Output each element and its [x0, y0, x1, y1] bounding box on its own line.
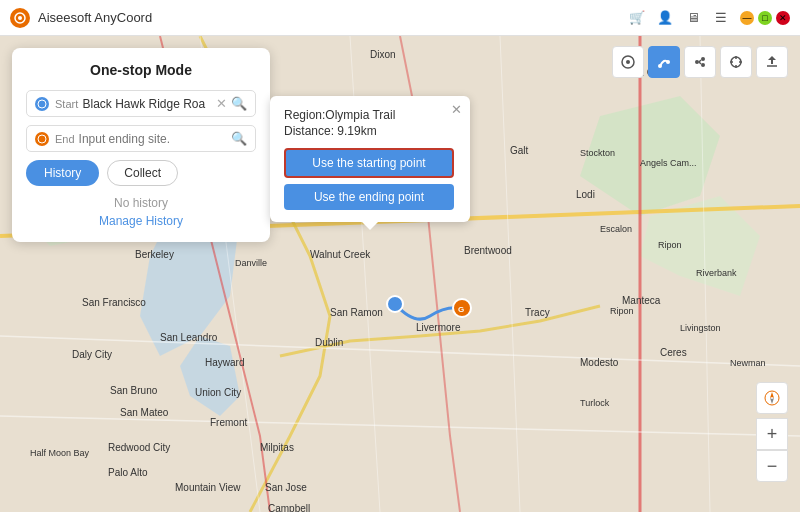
svg-text:San Jose: San Jose — [265, 482, 307, 493]
svg-text:Campbell: Campbell — [268, 503, 310, 512]
panel-title: One-stop Mode — [26, 62, 256, 78]
svg-text:Dublin: Dublin — [315, 337, 343, 348]
svg-marker-79 — [770, 392, 774, 398]
svg-text:Redwood City: Redwood City — [108, 442, 170, 453]
svg-text:Union City: Union City — [195, 387, 241, 398]
monitor-icon[interactable]: 🖥 — [684, 9, 702, 27]
use-starting-point-button[interactable]: Use the starting point — [284, 148, 454, 178]
svg-point-67 — [666, 60, 670, 64]
zoom-out-button[interactable]: − — [756, 450, 788, 482]
svg-text:Turlock: Turlock — [580, 398, 610, 408]
svg-text:San Mateo: San Mateo — [120, 407, 169, 418]
svg-text:Dixon: Dixon — [370, 49, 396, 60]
svg-text:Angels Cam...: Angels Cam... — [640, 158, 697, 168]
no-history-text: No history — [26, 196, 256, 210]
svg-point-68 — [695, 60, 699, 64]
minimize-button[interactable]: — — [740, 11, 754, 25]
cart-icon[interactable]: 🛒 — [628, 9, 646, 27]
svg-text:Hayward: Hayward — [205, 357, 244, 368]
svg-text:Danville: Danville — [235, 258, 267, 268]
svg-point-1 — [18, 16, 22, 20]
use-ending-point-button[interactable]: Use the ending point — [284, 184, 454, 210]
window-controls: — □ ✕ — [740, 11, 790, 25]
search-end-icon[interactable]: 🔍 — [231, 131, 247, 146]
svg-point-62 — [38, 100, 46, 108]
waypoint-tool-button[interactable] — [684, 46, 716, 78]
close-button[interactable]: ✕ — [776, 11, 790, 25]
svg-text:Ceres: Ceres — [660, 347, 687, 358]
svg-text:Palo Alto: Palo Alto — [108, 467, 148, 478]
svg-text:Modesto: Modesto — [580, 357, 619, 368]
svg-text:San Bruno: San Bruno — [110, 385, 158, 396]
svg-text:San Francisco: San Francisco — [82, 297, 146, 308]
svg-line-72 — [699, 62, 701, 64]
svg-text:G: G — [458, 305, 464, 314]
app-title: Aiseesoft AnyCoord — [38, 10, 628, 25]
svg-point-69 — [701, 57, 705, 61]
svg-text:Stockton: Stockton — [580, 148, 615, 158]
history-button[interactable]: History — [26, 160, 99, 186]
svg-text:Ripon: Ripon — [610, 306, 634, 316]
end-label: End — [55, 133, 75, 145]
svg-text:Galt: Galt — [510, 145, 529, 156]
svg-point-59 — [387, 296, 403, 312]
svg-text:Newman: Newman — [730, 358, 766, 368]
map-container[interactable]: Santa Rosa Dixon Elk Grove Napa Vacavill… — [0, 36, 800, 512]
svg-point-70 — [701, 63, 705, 67]
svg-text:Riverbank: Riverbank — [696, 268, 737, 278]
menu-icon[interactable]: ☰ — [712, 9, 730, 27]
svg-text:Brentwood: Brentwood — [464, 245, 512, 256]
clear-start-icon[interactable]: ✕ — [216, 96, 227, 111]
zoom-controls: + − — [756, 382, 788, 482]
svg-text:Lodi: Lodi — [576, 189, 595, 200]
svg-line-71 — [699, 60, 701, 62]
top-toolbar — [612, 46, 788, 78]
svg-point-66 — [658, 64, 662, 68]
svg-text:Manteca: Manteca — [622, 295, 661, 306]
svg-text:Fremont: Fremont — [210, 417, 247, 428]
svg-text:Escalon: Escalon — [600, 224, 632, 234]
end-dot — [35, 132, 49, 146]
user-icon[interactable]: 👤 — [656, 9, 674, 27]
svg-text:San Leandro: San Leandro — [160, 332, 218, 343]
map-popup: ✕ Region:Olympia Trail Distance: 9.19km … — [270, 96, 470, 222]
svg-text:Half Moon Bay: Half Moon Bay — [30, 448, 90, 458]
compass-button[interactable] — [756, 382, 788, 414]
maximize-button[interactable]: □ — [758, 11, 772, 25]
svg-text:San Ramon: San Ramon — [330, 307, 383, 318]
svg-text:Milpitas: Milpitas — [260, 442, 294, 453]
export-tool-button[interactable] — [756, 46, 788, 78]
popup-region: Region:Olympia Trail — [284, 108, 454, 122]
app-logo — [10, 8, 30, 28]
left-panel: One-stop Mode Start | ✕ 🔍 End 🔍 History — [12, 48, 270, 242]
location-tool-button[interactable] — [612, 46, 644, 78]
collect-button[interactable]: Collect — [107, 160, 178, 186]
titlebar-icons: 🛒 👤 🖥 ☰ — [628, 9, 730, 27]
start-input-row: Start | ✕ 🔍 — [26, 90, 256, 117]
svg-text:Daly City: Daly City — [72, 349, 112, 360]
crosshair-tool-button[interactable] — [720, 46, 752, 78]
svg-text:Livingston: Livingston — [680, 323, 721, 333]
svg-point-63 — [38, 135, 46, 143]
titlebar: Aiseesoft AnyCoord 🛒 👤 🖥 ☰ — □ ✕ — [0, 0, 800, 36]
svg-text:Berkeley: Berkeley — [135, 249, 174, 260]
manage-history-link[interactable]: Manage History — [26, 214, 256, 228]
start-dot — [35, 97, 49, 111]
svg-marker-80 — [770, 398, 774, 404]
svg-text:Ripon: Ripon — [658, 240, 682, 250]
start-input[interactable] — [83, 97, 217, 111]
svg-text:Livermore: Livermore — [416, 322, 461, 333]
svg-text:Mountain View: Mountain View — [175, 482, 241, 493]
search-start-icon[interactable]: 🔍 — [231, 96, 247, 111]
start-label: Start — [55, 98, 78, 110]
end-input-row: End 🔍 — [26, 125, 256, 152]
zoom-in-button[interactable]: + — [756, 418, 788, 450]
end-input[interactable] — [79, 132, 231, 146]
svg-text:Tracy: Tracy — [525, 307, 550, 318]
action-buttons: History Collect — [26, 160, 256, 186]
route-tool-button[interactable] — [648, 46, 680, 78]
popup-distance: Distance: 9.19km — [284, 124, 454, 138]
svg-text:Walnut Creek: Walnut Creek — [310, 249, 371, 260]
popup-close-icon[interactable]: ✕ — [451, 102, 462, 117]
svg-point-65 — [626, 60, 630, 64]
